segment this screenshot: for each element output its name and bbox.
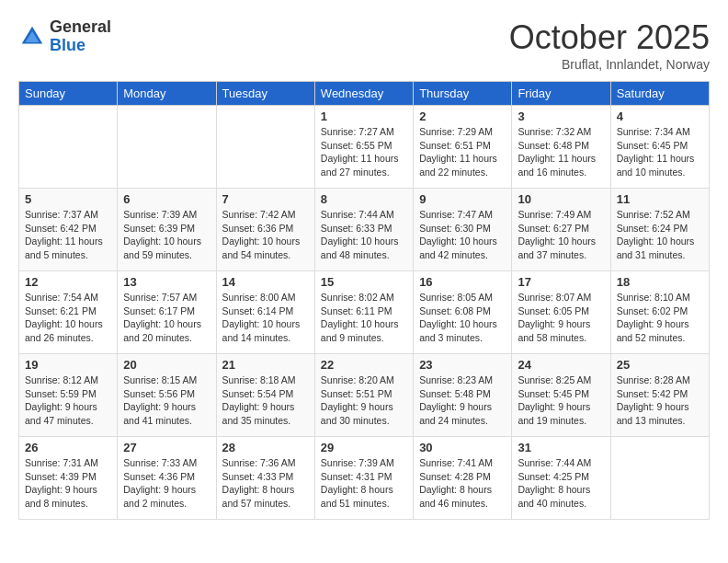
logo-blue: Blue <box>50 37 111 55</box>
day-number: 1 <box>321 109 407 123</box>
week-row-2: 5Sunrise: 7:37 AMSunset: 6:42 PMDaylight… <box>19 189 710 271</box>
logo-icon <box>18 23 46 51</box>
calendar-cell: 15Sunrise: 8:02 AMSunset: 6:11 PMDayligh… <box>314 271 413 354</box>
week-row-5: 26Sunrise: 7:31 AMSunset: 4:39 PMDayligh… <box>19 437 710 520</box>
calendar-cell: 25Sunrise: 8:28 AMSunset: 5:42 PMDayligh… <box>610 354 709 437</box>
month-title: October 2025 <box>509 18 710 57</box>
day-number: 8 <box>321 192 407 206</box>
day-number: 28 <box>222 441 309 454</box>
week-row-4: 19Sunrise: 8:12 AMSunset: 5:59 PMDayligh… <box>19 354 710 437</box>
weekday-header-row: SundayMondayTuesdayWednesdayThursdayFrid… <box>19 82 710 106</box>
calendar-cell: 21Sunrise: 8:18 AMSunset: 5:54 PMDayligh… <box>216 354 314 437</box>
day-info: Sunrise: 7:44 AMSunset: 4:25 PMDaylight:… <box>518 456 604 511</box>
calendar-cell: 14Sunrise: 8:00 AMSunset: 6:14 PMDayligh… <box>216 271 314 354</box>
calendar-cell: 4Sunrise: 7:34 AMSunset: 6:45 PMDaylight… <box>610 106 709 189</box>
day-number: 18 <box>617 275 703 289</box>
calendar-cell: 27Sunrise: 7:33 AMSunset: 4:36 PMDayligh… <box>118 437 216 520</box>
calendar-cell: 6Sunrise: 7:39 AMSunset: 6:39 PMDaylight… <box>118 189 216 271</box>
calendar-cell: 28Sunrise: 7:36 AMSunset: 4:33 PMDayligh… <box>216 437 314 520</box>
day-number: 15 <box>321 275 407 289</box>
day-info: Sunrise: 7:47 AMSunset: 6:30 PMDaylight:… <box>419 208 506 262</box>
day-info: Sunrise: 8:25 AMSunset: 5:45 PMDaylight:… <box>518 373 604 428</box>
day-info: Sunrise: 8:15 AMSunset: 5:56 PMDaylight:… <box>123 373 210 428</box>
calendar-cell <box>610 437 709 520</box>
day-number: 23 <box>419 358 506 372</box>
day-info: Sunrise: 7:44 AMSunset: 6:33 PMDaylight:… <box>321 208 407 262</box>
day-info: Sunrise: 7:52 AMSunset: 6:24 PMDaylight:… <box>617 208 703 262</box>
calendar-cell: 11Sunrise: 7:52 AMSunset: 6:24 PMDayligh… <box>610 189 709 271</box>
day-number: 16 <box>419 275 506 289</box>
calendar-cell: 3Sunrise: 7:32 AMSunset: 6:48 PMDaylight… <box>512 106 610 189</box>
day-number: 13 <box>123 275 210 289</box>
calendar-cell: 7Sunrise: 7:42 AMSunset: 6:36 PMDaylight… <box>216 189 314 271</box>
weekday-header-monday: Monday <box>118 82 216 106</box>
location: Bruflat, Innlandet, Norway <box>509 57 710 72</box>
day-info: Sunrise: 7:36 AMSunset: 4:33 PMDaylight:… <box>222 456 309 511</box>
day-number: 12 <box>25 275 111 289</box>
day-number: 25 <box>617 358 703 372</box>
calendar-cell: 2Sunrise: 7:29 AMSunset: 6:51 PMDaylight… <box>414 106 512 189</box>
calendar-cell: 17Sunrise: 8:07 AMSunset: 6:05 PMDayligh… <box>512 271 610 354</box>
day-info: Sunrise: 7:54 AMSunset: 6:21 PMDaylight:… <box>25 291 111 345</box>
day-number: 10 <box>518 192 604 206</box>
day-info: Sunrise: 8:10 AMSunset: 6:02 PMDaylight:… <box>617 291 703 345</box>
day-info: Sunrise: 7:42 AMSunset: 6:36 PMDaylight:… <box>222 208 309 262</box>
day-info: Sunrise: 7:31 AMSunset: 4:39 PMDaylight:… <box>25 456 111 511</box>
day-number: 7 <box>222 192 309 206</box>
day-info: Sunrise: 8:18 AMSunset: 5:54 PMDaylight:… <box>222 373 309 428</box>
day-number: 29 <box>321 441 407 454</box>
day-number: 17 <box>518 275 604 289</box>
calendar-cell <box>19 106 118 189</box>
day-info: Sunrise: 7:27 AMSunset: 6:55 PMDaylight:… <box>321 125 407 179</box>
logo-text: General Blue <box>50 18 111 55</box>
day-info: Sunrise: 7:32 AMSunset: 6:48 PMDaylight:… <box>518 125 604 179</box>
weekday-header-wednesday: Wednesday <box>314 82 413 106</box>
calendar-cell: 8Sunrise: 7:44 AMSunset: 6:33 PMDaylight… <box>314 189 413 271</box>
weekday-header-tuesday: Tuesday <box>216 82 314 106</box>
day-number: 26 <box>25 441 111 454</box>
logo: General Blue <box>18 18 111 55</box>
calendar-cell: 22Sunrise: 8:20 AMSunset: 5:51 PMDayligh… <box>314 354 413 437</box>
day-number: 19 <box>25 358 111 372</box>
calendar-cell: 30Sunrise: 7:41 AMSunset: 4:28 PMDayligh… <box>414 437 512 520</box>
calendar-cell: 16Sunrise: 8:05 AMSunset: 6:08 PMDayligh… <box>414 271 512 354</box>
calendar-cell: 20Sunrise: 8:15 AMSunset: 5:56 PMDayligh… <box>118 354 216 437</box>
day-number: 24 <box>518 358 604 372</box>
day-info: Sunrise: 7:57 AMSunset: 6:17 PMDaylight:… <box>123 291 210 345</box>
day-info: Sunrise: 8:20 AMSunset: 5:51 PMDaylight:… <box>321 373 407 428</box>
day-number: 3 <box>518 109 604 123</box>
weekday-header-friday: Friday <box>512 82 610 106</box>
day-number: 20 <box>123 358 210 372</box>
day-number: 31 <box>518 441 604 454</box>
day-info: Sunrise: 8:12 AMSunset: 5:59 PMDaylight:… <box>25 373 111 428</box>
week-row-3: 12Sunrise: 7:54 AMSunset: 6:21 PMDayligh… <box>19 271 710 354</box>
calendar-cell <box>118 106 216 189</box>
day-number: 9 <box>419 192 506 206</box>
day-number: 11 <box>617 192 703 206</box>
day-number: 21 <box>222 358 309 372</box>
day-info: Sunrise: 8:05 AMSunset: 6:08 PMDaylight:… <box>419 291 506 345</box>
calendar-cell: 9Sunrise: 7:47 AMSunset: 6:30 PMDaylight… <box>414 189 512 271</box>
day-number: 27 <box>123 441 210 454</box>
day-info: Sunrise: 7:29 AMSunset: 6:51 PMDaylight:… <box>419 125 506 179</box>
title-section: October 2025 Bruflat, Innlandet, Norway <box>509 18 710 72</box>
day-info: Sunrise: 7:37 AMSunset: 6:42 PMDaylight:… <box>25 208 111 262</box>
page-header: General Blue October 2025 Bruflat, Innla… <box>18 18 710 72</box>
calendar-cell: 10Sunrise: 7:49 AMSunset: 6:27 PMDayligh… <box>512 189 610 271</box>
day-number: 14 <box>222 275 309 289</box>
day-number: 30 <box>419 441 506 454</box>
day-info: Sunrise: 7:33 AMSunset: 4:36 PMDaylight:… <box>123 456 210 511</box>
logo-general: General <box>50 18 111 37</box>
day-info: Sunrise: 7:39 AMSunset: 4:31 PMDaylight:… <box>321 456 407 511</box>
calendar-cell <box>216 106 314 189</box>
day-info: Sunrise: 7:41 AMSunset: 4:28 PMDaylight:… <box>419 456 506 511</box>
day-info: Sunrise: 8:02 AMSunset: 6:11 PMDaylight:… <box>321 291 407 345</box>
day-number: 5 <box>25 192 111 206</box>
calendar-cell: 12Sunrise: 7:54 AMSunset: 6:21 PMDayligh… <box>19 271 118 354</box>
day-info: Sunrise: 8:07 AMSunset: 6:05 PMDaylight:… <box>518 291 604 345</box>
calendar-table: SundayMondayTuesdayWednesdayThursdayFrid… <box>18 81 710 520</box>
weekday-header-thursday: Thursday <box>414 82 512 106</box>
week-row-1: 1Sunrise: 7:27 AMSunset: 6:55 PMDaylight… <box>19 106 710 189</box>
day-info: Sunrise: 8:00 AMSunset: 6:14 PMDaylight:… <box>222 291 309 345</box>
calendar-cell: 1Sunrise: 7:27 AMSunset: 6:55 PMDaylight… <box>314 106 413 189</box>
